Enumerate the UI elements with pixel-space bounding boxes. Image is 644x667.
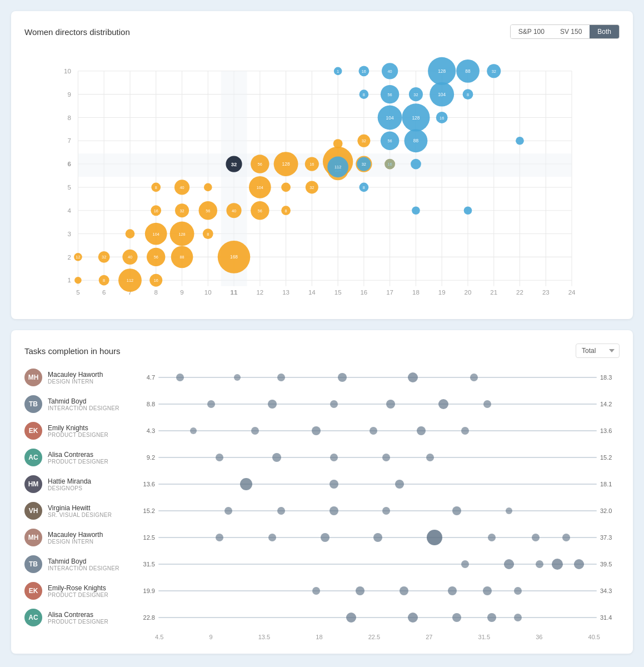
- person-name: Alisa Contreras: [48, 451, 108, 459]
- bubble-dot: [395, 480, 404, 489]
- svg-point-166: [385, 159, 395, 170]
- svg-text:88: 88: [179, 255, 184, 260]
- svg-text:104: 104: [257, 185, 263, 190]
- end-value: 15.2: [600, 454, 620, 461]
- track-line: [158, 430, 597, 431]
- tasks-chart-header: Tasks completion in hours Total Weekly M…: [24, 344, 620, 358]
- x-axis-label: 9: [209, 634, 212, 640]
- bubble-dot: [207, 400, 215, 408]
- svg-point-106: [204, 183, 212, 192]
- avatar: MH: [24, 529, 42, 546]
- bubble-dot: [268, 400, 277, 409]
- sv150-button[interactable]: SV 150: [552, 25, 590, 38]
- bubble-dot: [234, 374, 241, 381]
- bubbles-track: [158, 556, 597, 573]
- person-info: Emily-Rose KnightsPRODUCT DESIGNER: [48, 584, 108, 598]
- avatar: TB: [24, 395, 42, 413]
- person-name: Macauley Haworth: [48, 371, 103, 379]
- bubble-dot: [272, 453, 281, 462]
- bubble-dot: [330, 480, 338, 489]
- svg-point-171: [464, 206, 472, 215]
- end-value: 32.0: [600, 507, 620, 514]
- svg-text:9: 9: [67, 91, 71, 98]
- person-role: PRODUCT DESIGNER: [48, 592, 108, 598]
- end-value: 34.3: [600, 588, 620, 594]
- bar-area: 13.618.1: [136, 474, 620, 495]
- bubble-dot: [438, 399, 448, 409]
- svg-point-109: [281, 183, 291, 192]
- bubbles-track: [158, 396, 597, 412]
- svg-text:56: 56: [258, 162, 262, 167]
- svg-text:2: 2: [67, 254, 71, 261]
- x-axis-label: 31.5: [478, 634, 490, 640]
- svg-text:56: 56: [258, 208, 262, 213]
- bar-area: 19.934.3: [136, 580, 620, 601]
- bubble-dot: [470, 374, 478, 381]
- svg-text:8: 8: [363, 185, 365, 190]
- bubble-dot: [370, 427, 377, 435]
- svg-text:32: 32: [362, 162, 366, 167]
- bubble-dot: [408, 372, 418, 382]
- bubble-dot: [408, 613, 418, 623]
- x-axis-label: 40.5: [588, 634, 600, 640]
- bubble-dot: [488, 534, 496, 541]
- svg-text:168: 168: [230, 254, 238, 260]
- bubble-dot: [330, 506, 338, 515]
- svg-text:16: 16: [154, 278, 158, 283]
- svg-text:5: 5: [76, 289, 79, 296]
- bubble-dot: [552, 559, 563, 570]
- svg-text:13: 13: [282, 289, 289, 296]
- svg-text:24: 24: [568, 289, 576, 296]
- bubble-dot: [461, 560, 469, 568]
- svg-text:112: 112: [335, 165, 341, 170]
- svg-text:16: 16: [362, 69, 366, 74]
- both-button[interactable]: Both: [590, 25, 619, 38]
- person-name: Macauley Haworth: [48, 531, 103, 539]
- svg-text:32: 32: [231, 161, 237, 167]
- svg-text:6: 6: [67, 161, 71, 167]
- avatar: TB: [24, 555, 42, 573]
- task-row: MHMacauley HaworthDESIGN INTERN12.537.3: [24, 527, 620, 548]
- bubble-chart-header: Women directors distribution S&P 100 SV …: [24, 24, 620, 39]
- end-value: 13.6: [600, 427, 620, 434]
- x-axis-label: 4.5: [155, 634, 163, 640]
- bubble-dot: [382, 454, 390, 461]
- end-value: 39.5: [600, 561, 620, 568]
- person-cell: MHMacauley HaworthDESIGN INTERN: [24, 529, 136, 546]
- svg-text:20: 20: [465, 289, 472, 296]
- tasks-x-axis: 4.5913.51822.52731.53640.5: [136, 634, 620, 640]
- person-info: Virginia HewittSR. VISUAL DESIGNER: [48, 504, 112, 518]
- bubble-dot: [312, 426, 321, 435]
- bubble-dot: [562, 534, 570, 541]
- start-value: 4.7: [136, 374, 155, 381]
- svg-text:16: 16: [309, 162, 314, 167]
- person-name: Hattie Miranda: [48, 477, 91, 485]
- avatar: EK: [24, 422, 42, 440]
- bubble-dot: [452, 613, 461, 622]
- track-line: [158, 590, 597, 591]
- svg-text:32: 32: [362, 138, 366, 143]
- tasks-dropdown[interactable]: Total Weekly Monthly: [576, 344, 620, 358]
- track-line: [158, 484, 597, 485]
- task-row: VHVirginia HewittSR. VISUAL DESIGNER15.2…: [24, 500, 620, 521]
- person-role: DESIGN INTERN: [48, 539, 103, 545]
- svg-text:32: 32: [179, 208, 184, 213]
- person-name: Emily Knights: [48, 424, 108, 432]
- bubble-dot: [240, 478, 252, 490]
- person-info: Alisa ContrerasPRODUCT DESIGNER: [48, 611, 108, 625]
- bubble-dot: [382, 507, 390, 515]
- svg-text:12: 12: [256, 289, 263, 296]
- svg-text:21: 21: [490, 289, 497, 296]
- bubble-dot: [574, 559, 584, 569]
- person-cell: MHMacauley HaworthDESIGN INTERN: [24, 369, 136, 386]
- svg-text:14: 14: [308, 289, 316, 296]
- bubble-dot: [251, 427, 259, 435]
- x-axis-label: 22.5: [368, 634, 380, 640]
- svg-text:8: 8: [103, 278, 105, 283]
- end-value: 18.3: [600, 374, 620, 381]
- svg-text:32: 32: [309, 185, 314, 190]
- tasks-chart-title: Tasks completion in hours: [24, 346, 121, 356]
- avatar: EK: [24, 582, 42, 600]
- sp100-button[interactable]: S&P 100: [511, 25, 552, 38]
- svg-text:10: 10: [64, 68, 71, 74]
